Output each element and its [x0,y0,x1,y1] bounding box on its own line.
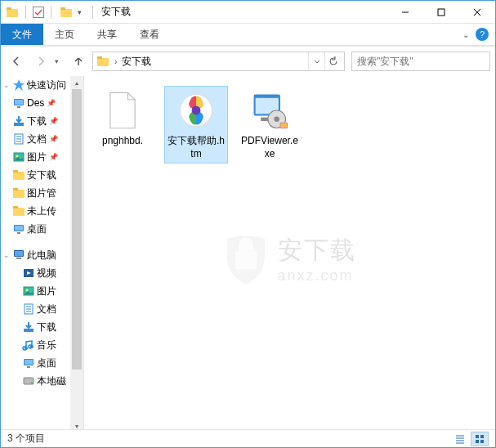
disk-icon [22,374,35,388]
details-view-button[interactable] [451,432,469,446]
address-segment[interactable]: 安下载 [122,55,151,69]
search-box[interactable] [351,52,490,71]
svg-rect-31 [17,232,20,234]
pin-icon: 📌 [49,117,56,125]
icons-view-button[interactable] [471,432,489,446]
history-dropdown-icon[interactable]: ▾ [55,57,65,65]
svg-rect-57 [280,123,288,128]
maximize-button[interactable] [423,1,459,24]
svg-rect-33 [15,251,23,256]
file-item[interactable]: PDFViewer.exe [238,86,302,164]
search-input[interactable] [357,56,480,67]
ribbon-tabs: 文件 主页 共享 查看 ⌄ ? [1,24,495,45]
svg-rect-47 [27,366,30,368]
file-view[interactable]: pnghhbd.安下载帮助.htmPDFViewer.exe 安下载 anxz.… [84,76,495,432]
folder-icon [96,55,109,68]
navigation-pane: ⌄ 快速访问 Des📌下载📌文档📌图片📌安下载图片管未上传桌面 ⌄ 此电脑 ›视… [1,76,84,432]
up-button[interactable] [68,51,89,72]
tree-label: 安下载 [27,168,56,182]
documents-icon [12,132,25,146]
svg-rect-9 [97,58,109,66]
desktop-icon [12,96,25,110]
chevron-down-icon[interactable]: ⌄ [2,251,11,259]
watermark-cn: 安下载 [278,234,356,267]
svg-rect-26 [13,188,18,190]
desktop-icon [12,222,25,235]
star-icon [12,78,25,92]
main-area: ⌄ 快速访问 Des📌下载📌文档📌图片📌安下载图片管未上传桌面 ⌄ 此电脑 ›视… [1,76,495,432]
file-item[interactable]: pnghhbd. [91,86,154,164]
folder-icon [6,6,19,19]
tree-label: 快速访问 [27,78,66,92]
svg-point-37 [26,289,29,292]
svg-rect-42 [24,329,34,332]
svg-rect-25 [13,190,25,198]
folder-icon [12,186,25,199]
svg-point-44 [30,345,34,348]
scroll-up-icon[interactable]: ▴ [70,76,83,89]
file-item[interactable]: 安下载帮助.htm [164,86,228,164]
svg-rect-46 [25,360,33,365]
svg-rect-3 [60,9,72,17]
scrollbar-thumb[interactable] [72,89,82,370]
file-name: 安下载帮助.htm [168,135,225,160]
file-thumbnail [175,89,217,132]
file-thumbnail [248,89,291,132]
close-button[interactable] [459,1,495,24]
file-thumbnail [101,89,144,132]
svg-rect-0 [7,9,18,17]
downloads-icon [22,320,35,334]
pictures-icon [12,150,25,164]
svg-rect-14 [15,100,23,105]
tree-label: 桌面 [27,222,47,236]
minimize-button[interactable] [387,1,423,24]
refresh-button[interactable] [324,52,341,70]
pin-icon: 📌 [49,153,56,161]
forward-button[interactable] [30,51,51,72]
watermark-en: anxz.com [278,267,356,284]
window-controls [387,1,495,24]
pin-icon: 📌 [49,135,56,143]
titlebar-quick-access: ▾ [1,6,96,19]
status-bar: 3 个项目 [1,429,495,447]
sidebar-scrollbar[interactable]: ▴ ▾ [70,76,83,432]
svg-rect-1 [7,7,11,10]
back-button[interactable] [6,51,27,72]
documents-icon [22,302,35,316]
navigation-bar: ▾ › 安下载 [1,47,495,76]
tree-label: 下载 [27,114,47,128]
svg-rect-34 [16,258,21,259]
separator [25,6,26,19]
svg-point-43 [25,347,28,350]
help-icon[interactable]: ? [476,28,489,41]
checkbox-icon[interactable] [33,7,44,18]
tab-home[interactable]: 主页 [43,24,86,45]
svg-rect-15 [17,106,20,108]
tab-view[interactable]: 查看 [128,24,171,45]
tree-label: 桌面 [37,356,56,370]
address-dropdown-icon[interactable] [308,52,324,70]
titlebar: ▾ 安下载 [1,1,495,24]
address-bar[interactable]: › 安下载 [92,52,345,71]
tab-file[interactable]: 文件 [1,24,43,45]
tree-label: 图片 [27,150,47,164]
svg-rect-30 [15,226,23,231]
tree-label: 音乐 [37,338,56,352]
tree-label: 此电脑 [27,249,56,262]
tree-label: 未上传 [27,204,56,218]
separator [51,6,51,19]
svg-rect-6 [438,9,445,16]
desktop-icon [22,356,35,370]
chevron-down-icon[interactable]: ▾ [78,8,86,16]
tree-label: 图片 [37,284,56,298]
pin-icon: 📌 [47,99,53,107]
tree-label: 文档 [27,132,47,146]
folder-icon [60,6,73,19]
svg-point-49 [31,382,33,383]
chevron-right-icon[interactable]: › [113,57,118,66]
tree-label: 下载 [37,320,56,334]
chevron-down-icon[interactable]: ⌄ [2,81,11,89]
expand-ribbon-icon[interactable]: ⌄ [462,30,469,39]
svg-rect-23 [13,172,25,180]
tab-share[interactable]: 共享 [86,24,128,45]
